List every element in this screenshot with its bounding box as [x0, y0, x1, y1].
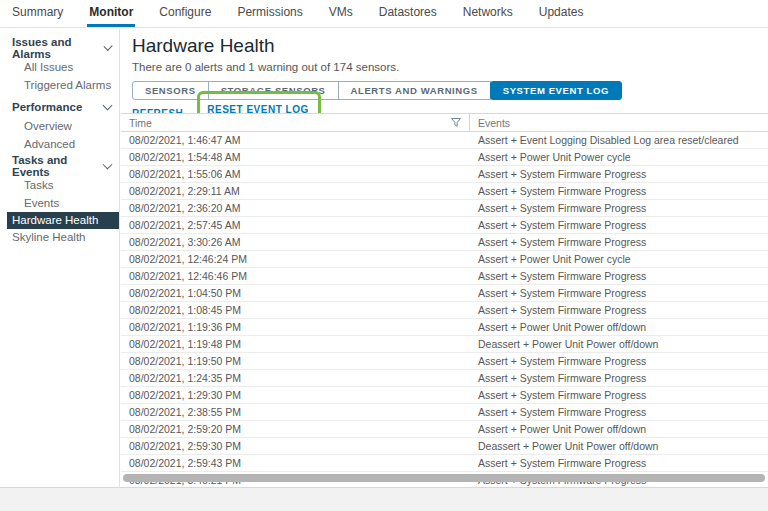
sidebar-group-label: Issues and Alarms: [12, 36, 105, 60]
horizontal-scrollbar[interactable]: [123, 474, 765, 482]
time-cell: 08/02/2021, 2:59:20 PM: [121, 421, 470, 437]
event-cell: Assert + System Firmware Progress: [470, 302, 768, 318]
table-row[interactable]: 08/02/2021, 2:59:30 PM Deassert + Power …: [121, 438, 768, 455]
time-cell: 08/02/2021, 1:04:50 PM: [121, 285, 470, 301]
time-cell: 08/02/2021, 3:30:26 AM: [121, 234, 470, 250]
table-row[interactable]: 08/02/2021, 2:38:55 PM Assert + System F…: [121, 404, 768, 421]
table-row[interactable]: 08/02/2021, 1:29:30 PM Assert + System F…: [121, 387, 768, 404]
time-cell: 08/02/2021, 12:46:46 PM: [121, 268, 470, 284]
column-header-time-label: Time: [129, 117, 152, 129]
sidebar-item-overview[interactable]: Overview: [0, 117, 119, 135]
time-cell: 08/02/2021, 2:36:20 AM: [121, 200, 470, 216]
table-row[interactable]: 08/02/2021, 12:46:24 PM Assert + Power U…: [121, 251, 768, 268]
table-row[interactable]: 08/02/2021, 3:30:26 AM Assert + System F…: [121, 234, 768, 251]
vsphere-monitor-screen: Summary Monitor Configure Permissions VM…: [0, 0, 768, 511]
tab-networks[interactable]: Networks: [461, 0, 515, 27]
time-cell: 08/02/2021, 1:54:48 AM: [121, 149, 470, 165]
table-row[interactable]: 08/02/2021, 2:29:11 AM Assert + System F…: [121, 183, 768, 200]
time-cell: 08/02/2021, 12:46:24 PM: [121, 251, 470, 267]
tab-permissions[interactable]: Permissions: [235, 0, 304, 27]
sidebar-item-all-issues[interactable]: All Issues: [0, 58, 119, 76]
event-cell: Assert + System Firmware Progress: [470, 183, 768, 199]
column-header-events[interactable]: Events: [470, 114, 768, 131]
column-header-time[interactable]: Time: [121, 114, 470, 131]
tab-updates[interactable]: Updates: [537, 0, 586, 27]
event-cell: Deassert + Power Unit Power off/down: [470, 438, 768, 454]
chevron-down-icon: [103, 101, 113, 111]
table-row[interactable]: 08/02/2021, 1:54:48 AM Assert + Power Un…: [121, 149, 768, 166]
tab-alerts-and-warnings[interactable]: ALERTS AND WARNINGS: [338, 81, 491, 100]
event-cell: Assert + System Firmware Progress: [470, 370, 768, 386]
sidebar-item-triggered-alarms[interactable]: Triggered Alarms: [0, 76, 119, 94]
sidebar-group-issues-and-alarms[interactable]: Issues and Alarms: [0, 38, 119, 58]
table-row[interactable]: 08/02/2021, 2:36:20 AM Assert + System F…: [121, 200, 768, 217]
tab-summary[interactable]: Summary: [10, 0, 65, 27]
table-row[interactable]: 08/02/2021, 2:57:45 AM Assert + System F…: [121, 217, 768, 234]
sidebar-item-hardware-health[interactable]: Hardware Health: [7, 212, 119, 229]
sidebar-item-advanced[interactable]: Advanced: [0, 135, 119, 153]
time-cell: 08/02/2021, 2:38:55 PM: [121, 404, 470, 420]
event-cell: Assert + Power Unit Power cycle: [470, 251, 768, 267]
event-cell: Assert + System Firmware Progress: [470, 404, 768, 420]
event-cell: Assert + System Firmware Progress: [470, 455, 768, 471]
page-title: Hardware Health: [132, 35, 275, 57]
time-cell: 08/02/2021, 1:19:36 PM: [121, 319, 470, 335]
entity-tab-bar: Summary Monitor Configure Permissions VM…: [0, 0, 768, 28]
table-row[interactable]: 08/02/2021, 1:24:35 PM Assert + System F…: [121, 370, 768, 387]
event-cell: Deassert + Power Unit Power off/down: [470, 336, 768, 352]
event-cell: Assert + System Firmware Progress: [470, 166, 768, 182]
tab-system-event-log[interactable]: SYSTEM EVENT LOG: [490, 81, 622, 100]
time-cell: 08/02/2021, 2:59:30 PM: [121, 438, 470, 454]
sidebar-group-label: Performance: [12, 101, 82, 113]
sidebar-item-skyline-health[interactable]: Skyline Health: [0, 229, 119, 246]
time-cell: 08/02/2021, 1:19:48 PM: [121, 336, 470, 352]
sidebar-group-performance[interactable]: Performance: [0, 97, 119, 117]
event-cell: Assert + System Firmware Progress: [470, 268, 768, 284]
time-cell: 08/02/2021, 1:24:35 PM: [121, 370, 470, 386]
table-header-row: Time Events: [121, 114, 768, 132]
tab-vms[interactable]: VMs: [327, 0, 355, 27]
event-table-body: 08/02/2021, 1:46:47 AM Assert + Event Lo…: [121, 132, 768, 487]
event-cell: Assert + System Firmware Progress: [470, 285, 768, 301]
time-cell: 08/02/2021, 1:46:47 AM: [121, 132, 470, 148]
table-row[interactable]: 08/02/2021, 1:46:47 AM Assert + Event Lo…: [121, 132, 768, 149]
table-row[interactable]: 08/02/2021, 1:04:50 PM Assert + System F…: [121, 285, 768, 302]
time-cell: 08/02/2021, 1:55:06 AM: [121, 166, 470, 182]
event-cell: Assert + System Firmware Progress: [470, 217, 768, 233]
event-cell: Assert + System Firmware Progress: [470, 353, 768, 369]
tab-monitor[interactable]: Monitor: [87, 0, 135, 27]
monitor-sidebar: Issues and Alarms All Issues Triggered A…: [0, 29, 120, 487]
event-cell: Assert + Power Unit Power off/down: [470, 319, 768, 335]
table-row[interactable]: 08/02/2021, 1:08:45 PM Assert + System F…: [121, 302, 768, 319]
table-row[interactable]: 08/02/2021, 2:59:20 PM Assert + Power Un…: [121, 421, 768, 438]
sidebar-group-tasks-and-events[interactable]: Tasks and Events: [0, 156, 119, 176]
time-cell: 08/02/2021, 1:29:30 PM: [121, 387, 470, 403]
time-cell: 08/02/2021, 1:08:45 PM: [121, 302, 470, 318]
time-cell: 08/02/2021, 2:29:11 AM: [121, 183, 470, 199]
sidebar-item-tasks[interactable]: Tasks: [0, 176, 119, 194]
table-row[interactable]: 08/02/2021, 1:19:36 PM Assert + Power Un…: [121, 319, 768, 336]
event-cell: Assert + System Firmware Progress: [470, 234, 768, 250]
system-event-log-table: Time Events 08/0: [121, 113, 768, 487]
table-row[interactable]: 08/02/2021, 12:46:46 PM Assert + System …: [121, 268, 768, 285]
tab-datastores[interactable]: Datastores: [377, 0, 439, 27]
hardware-health-panel: Hardware Health There are 0 alerts and 1…: [120, 29, 768, 487]
event-cell: Assert + System Firmware Progress: [470, 387, 768, 403]
time-cell: 08/02/2021, 1:19:50 PM: [121, 353, 470, 369]
event-cell: Assert + Power Unit Power cycle: [470, 149, 768, 165]
sidebar-item-events[interactable]: Events: [0, 194, 119, 212]
filter-icon[interactable]: [451, 118, 461, 127]
column-header-events-label: Events: [478, 117, 510, 129]
event-cell: Assert + System Firmware Progress: [470, 200, 768, 216]
table-row[interactable]: 08/02/2021, 1:19:48 PM Deassert + Power …: [121, 336, 768, 353]
bottom-panel-strip: [0, 487, 768, 511]
table-row[interactable]: 08/02/2021, 1:19:50 PM Assert + System F…: [121, 353, 768, 370]
table-row[interactable]: 08/02/2021, 2:59:43 PM Assert + System F…: [121, 455, 768, 472]
event-cell: Assert + Event Logging Disabled Log area…: [470, 132, 768, 148]
time-cell: 08/02/2021, 2:59:43 PM: [121, 455, 470, 471]
sidebar-group-label: Tasks and Events: [12, 154, 104, 178]
table-row[interactable]: 08/02/2021, 1:55:06 AM Assert + System F…: [121, 166, 768, 183]
tab-configure[interactable]: Configure: [157, 0, 213, 27]
sensor-summary-text: There are 0 alerts and 1 warning out of …: [132, 61, 399, 73]
time-cell: 08/02/2021, 2:57:45 AM: [121, 217, 470, 233]
